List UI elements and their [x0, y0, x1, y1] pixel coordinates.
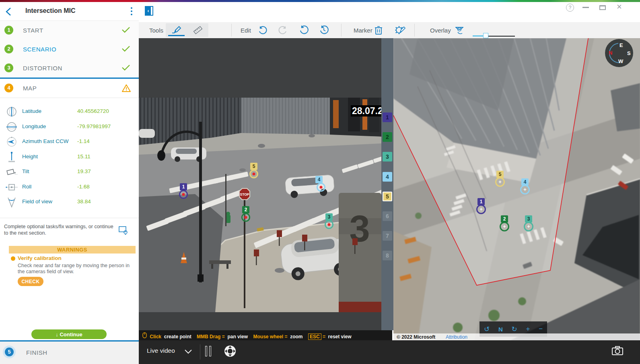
compass-west: W	[618, 58, 623, 64]
tools-group-label: Tools	[149, 27, 163, 34]
step-number: 1	[4, 26, 13, 35]
camera-marker-point-1[interactable]	[179, 190, 188, 199]
point-button-4[interactable]: 4	[383, 172, 392, 182]
video-source-select[interactable]: Live video	[147, 347, 175, 354]
point-button-7[interactable]: 7	[383, 231, 392, 241]
overlay-opacity-slider[interactable]	[473, 33, 515, 39]
back-button[interactable]	[4, 7, 14, 16]
check-icon	[121, 45, 130, 54]
field-fov: Field of view 38.84	[0, 194, 139, 209]
page-title: Intersection MIC	[25, 7, 75, 14]
continue-button[interactable]: ↓ Continue	[31, 329, 107, 339]
map-copyright: © 2022 Microsoft	[397, 334, 435, 340]
camera-marker-point-2[interactable]	[241, 213, 250, 222]
rotate-left-icon[interactable]: ↺	[484, 325, 490, 333]
chevron-down-icon[interactable]	[184, 348, 192, 356]
step-start[interactable]: 1 START	[0, 21, 139, 40]
tools-button-group	[166, 23, 208, 37]
camera-marker-point-5[interactable]	[249, 170, 258, 178]
point-button-1[interactable]: 1	[383, 112, 392, 122]
slider-handle[interactable]	[483, 33, 488, 38]
reset-rotation-icon[interactable]	[298, 25, 309, 35]
history-reset-icon[interactable]	[319, 25, 329, 35]
map-marker-point-4[interactable]: +	[520, 185, 530, 194]
pan-tilt-control-icon[interactable]	[224, 346, 236, 357]
pause-button[interactable]	[205, 346, 212, 356]
field-value: -1.14	[77, 138, 90, 144]
map-parameter-list: Latitude 40.45562720 Longitude -79.97981…	[0, 98, 139, 213]
redo-icon[interactable]	[278, 25, 288, 35]
step-finish[interactable]: 5 FINISH	[0, 342, 139, 364]
field-label: Field of view	[22, 198, 52, 204]
camera-marker-chip-2[interactable]: 2	[242, 206, 249, 213]
toolbar: Tools Edit Marker	[139, 22, 640, 38]
field-tilt: Tilt 19.37	[0, 164, 139, 179]
camera-marker-chip-1[interactable]: 1	[180, 183, 187, 190]
globe-latitude-icon	[5, 106, 19, 118]
section-hint: Complete optional tasks/fix warnings, or…	[4, 223, 113, 236]
field-latitude: Latitude 40.45562720	[0, 104, 139, 119]
hint-click-action: create point	[164, 334, 191, 339]
step-label: MAP	[23, 85, 37, 92]
camera-marker-chip-3[interactable]: 3	[325, 213, 333, 221]
selected-tool-underline	[168, 35, 185, 36]
field-value: -1.68	[77, 184, 90, 190]
titlebar: ‹ ? ×	[139, 2, 640, 22]
field-height: Height 15.11	[0, 149, 139, 164]
maximize-button[interactable]	[599, 5, 606, 10]
map-marker-point-1[interactable]: +	[476, 204, 486, 214]
draw-tool-button[interactable]	[166, 23, 187, 37]
map-marker-point-2[interactable]: +	[500, 222, 509, 231]
close-button[interactable]: ×	[617, 2, 622, 11]
map-marker-point-5[interactable]: +	[495, 177, 505, 187]
field-value: 19.37	[77, 168, 91, 174]
camera-marker-chip-4[interactable]: 4	[315, 176, 323, 183]
check-button[interactable]: CHECK	[18, 277, 43, 286]
point-button-6[interactable]: 6	[383, 211, 392, 221]
point-button-3[interactable]: 3	[383, 152, 392, 162]
minimize-button[interactable]	[582, 7, 589, 8]
step-scenario[interactable]: 2 SCENARIO	[0, 40, 139, 59]
warning-title: Verify calibration	[18, 255, 62, 261]
app-window: Intersection MIC 1 START 2 SCENARIO 3 DI…	[0, 0, 640, 364]
hint-drag-key: MMB Drag	[197, 334, 220, 339]
attribution-link[interactable]: Attribution	[446, 334, 467, 340]
field-label: Longitude	[22, 123, 46, 129]
measure-tool-button[interactable]	[187, 23, 208, 37]
help-button[interactable]: ?	[566, 4, 574, 12]
warning-triangle-icon	[121, 84, 131, 94]
rotate-right-icon[interactable]: ↻	[511, 325, 517, 333]
point-button-2[interactable]: 2	[383, 132, 392, 142]
collapse-sidebar-button[interactable]: ‹	[145, 6, 153, 16]
step-map[interactable]: 4 MAP	[0, 79, 139, 97]
chevron-left-icon: ‹	[146, 7, 151, 15]
field-value: -79.97981997	[77, 123, 111, 129]
field-value: 15.11	[77, 153, 91, 160]
field-label: Height	[22, 153, 38, 160]
kebab-menu-icon[interactable]	[128, 6, 135, 17]
delete-marker-icon[interactable]	[373, 25, 384, 35]
camera-marker-point-3[interactable]	[325, 220, 333, 229]
camera-marker-chip-5[interactable]: 5	[250, 163, 257, 170]
undo-icon[interactable]	[257, 25, 268, 35]
marker-settings-icon[interactable]	[394, 25, 405, 35]
compass-rose[interactable]: E S W N	[605, 39, 633, 67]
camera-view-panel[interactable]: 3 STOP 28.07.2 1 2	[139, 38, 381, 330]
hint-esc-key: ESC	[308, 333, 321, 340]
zoom-in-button[interactable]: +	[526, 325, 530, 333]
map-marker-point-3[interactable]: +	[524, 222, 533, 231]
field-longitude: Longitude -79.97981997	[0, 119, 139, 134]
step-distortion[interactable]: 3 DISTORTION	[0, 59, 139, 78]
wizard-steps: 1 START 2 SCENARIO 3 DISTORTION	[0, 21, 139, 78]
point-button-8[interactable]: 8	[383, 251, 392, 260]
snapshot-camera-icon[interactable]	[611, 346, 624, 356]
point-button-5-selected[interactable]: 5	[383, 192, 392, 201]
camera-marker-point-4[interactable]	[317, 183, 325, 192]
map-view-panel[interactable]: 5 + 4 + 1 + 2 + 3 + E S W N ↺ N ↻ + − © …	[393, 38, 640, 340]
task-lightbulb-icon[interactable]	[118, 226, 129, 235]
dome-camera-icon[interactable]	[454, 25, 464, 35]
fov-icon	[5, 196, 19, 208]
zoom-out-button[interactable]: −	[539, 325, 543, 333]
north-reset-button[interactable]: N	[498, 326, 503, 333]
roll-icon	[5, 181, 19, 193]
